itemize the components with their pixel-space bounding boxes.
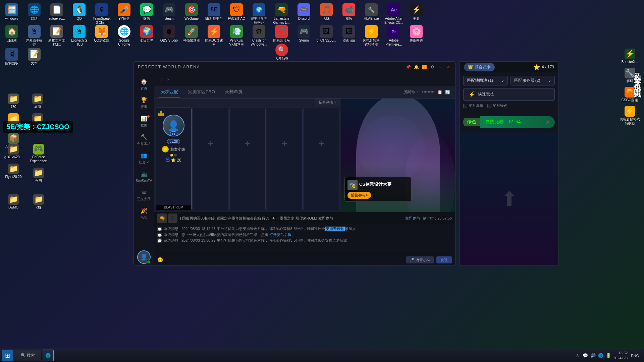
app-boosterx[interactable]: ⚡ BoosterX... (617, 47, 642, 65)
app-chrome[interactable]: 🌐 Google Chrome (113, 24, 135, 46)
app-zhuomian[interactable]: 📁 桌面 (26, 92, 49, 110)
app-faceit[interactable]: 🛡 FACEIT AC (226, 2, 247, 22)
app-steam2[interactable]: 🎮 Steam (293, 24, 315, 44)
app-5e[interactable]: 5E 5E对战平台 (203, 2, 225, 22)
emoji-btn[interactable]: 😊 (157, 257, 163, 262)
app-csgo[interactable]: 🔫 CSGO国服 (617, 85, 642, 104)
map-pool-dropdown[interactable]: 匹配地图池 (1) ∨ (463, 76, 508, 85)
cs-design-banner[interactable]: 🎭 CS创意设计大赛 前往参与> (344, 177, 412, 202)
app-obs[interactable]: ⏺ OBS Studio (158, 24, 180, 44)
settings-btn[interactable]: ⚙ (430, 64, 435, 70)
search-cancel-btn[interactable]: ✕ (545, 119, 550, 125)
slot-3-empty[interactable]: + (229, 108, 265, 210)
app-battlestate[interactable]: 🔫 Battlestate Games L... (271, 2, 292, 24)
tray-up-icon[interactable]: ∧ (575, 353, 581, 359)
room-refresh-btn[interactable]: 🔄 (445, 90, 450, 95)
app-meiritu[interactable]: 🌸 美图秀秀 (406, 24, 427, 44)
sidebar-data[interactable]: 📊 数据 (136, 113, 152, 129)
app-shipin[interactable]: 📹 视频 (338, 2, 360, 22)
stream-join-btn[interactable]: 立即参与 (405, 216, 420, 221)
app-flash-audio[interactable]: ⚡ 闪电音频格式转换器 (361, 24, 382, 46)
recruit-btn[interactable]: 招募列表 › (315, 99, 339, 106)
app-teamspeak[interactable]: 🎙 TeamSpeak 3 Client (91, 2, 112, 24)
app-wangzhe-right[interactable]: ⚡ 王者 (406, 2, 427, 22)
app-n730[interactable]: 📁 730 (2, 92, 25, 110)
nav-back[interactable]: ‹ (159, 76, 164, 82)
app-windows[interactable]: 🪟 windows (1, 2, 22, 22)
slot-5-empty[interactable]: + (304, 108, 339, 210)
minimize-btn[interactable]: ─ (438, 64, 443, 70)
cs-banner-btn[interactable]: 前往参与> (347, 192, 371, 199)
bell-btn[interactable]: 🔔 (414, 64, 419, 70)
tab-wanmei-pro[interactable]: 完美官匹PRO (186, 86, 217, 98)
slot-2-empty[interactable]: + (193, 108, 228, 210)
taskbar-search[interactable]: 🔍 搜索 (14, 350, 41, 361)
app-hlae[interactable]: 🔧 HLAE.exe (361, 2, 382, 22)
room-copy-btn[interactable]: 📋 (437, 90, 442, 95)
app-taitu[interactable]: 📁 台图 (26, 166, 51, 184)
user-avatar-sidebar[interactable]: 👤 (137, 250, 151, 264)
sidebar-social[interactable]: 👥 社交 ∨ (136, 149, 152, 166)
app-7days[interactable]: 🌍 七日世界 (136, 24, 157, 44)
app-wangyiuu[interactable]: ⚡ 网易UU加速器 (203, 24, 225, 46)
quick-match-btn[interactable]: ⚡ 快速竞技 (463, 88, 555, 101)
app-yy[interactable]: 🎤 YY语音 (113, 2, 135, 22)
tray-network-icon[interactable]: 🌐 (598, 353, 604, 359)
app-dami[interactable]: 🎵 大咪 (316, 2, 337, 22)
app-g161[interactable]: 📁 g161-n-20... (2, 142, 25, 161)
app-zhuo-img[interactable]: 🖼 桌面.jpg (338, 24, 360, 44)
close-btn[interactable]: ✕ (446, 64, 451, 70)
taskbar-pw[interactable]: 🌐 (42, 350, 54, 361)
sidebar-tv[interactable]: 📺 SeeSeeTV (136, 168, 152, 185)
sidebar-activity[interactable]: 🎉 活动 (136, 205, 152, 222)
lang-indicator[interactable]: ENG (631, 354, 639, 358)
app-wechat[interactable]: 💬 微信 (136, 2, 157, 22)
app-ae[interactable]: Ae Adobe After Effects CC... (383, 2, 405, 24)
tab-single[interactable]: 天梯单挑 (223, 86, 244, 98)
app-newtxt[interactable]: 📝 新建文本文档.txt (46, 24, 67, 46)
app-network[interactable]: 🌐 网络 (23, 2, 45, 22)
app-shengxian[interactable]: 🚀 神仙加速器 (181, 24, 202, 44)
app-adobe-pr[interactable]: Pr Adobe Premiere... (383, 24, 405, 46)
app-geforce[interactable]: 🎮 GeForce Experience (26, 142, 51, 165)
app-discord[interactable]: 🎮 Discord (293, 2, 315, 22)
send-btn[interactable]: 发送 (436, 256, 452, 263)
app-steam[interactable]: 🎮 steam (158, 2, 180, 22)
checkbox-green[interactable]: 绝对绿色 (487, 103, 507, 108)
app-verykuai[interactable]: 💨 VeryKuai VK加速器 (226, 24, 247, 46)
sidebar-rank[interactable]: 🏆 赛事 (136, 94, 152, 111)
server-dropdown[interactable]: 匹配服务器 (2) ∨ (511, 76, 555, 85)
app-cfg[interactable]: 📁 cfg (27, 193, 50, 211)
pin-btn[interactable]: 📌 (406, 64, 411, 70)
app-qq[interactable]: 🐧 QQ (68, 2, 90, 22)
app-kongzhi[interactable]: 🎛 控制面板 (1, 47, 22, 67)
app-demo[interactable]: 📁 DEMO (2, 193, 25, 211)
app-zhushou[interactable]: 🖱 弹幕助手碎碎 (23, 24, 45, 46)
app-logitech[interactable]: 🖱 Logitech G HUB (68, 24, 90, 46)
signal-btn[interactable]: 📶 (422, 64, 427, 70)
chat-input[interactable] (166, 256, 404, 264)
app-huizhan[interactable]: 🏠 回战站 (1, 24, 22, 44)
app-b-img[interactable]: 🖼 b_6372238... (316, 24, 337, 44)
tray-chat-icon[interactable]: 💬 (582, 353, 588, 359)
app-wangyiyun[interactable]: 🎵 网易云音乐 (271, 24, 292, 44)
app-flyint[interactable]: 📁 Flyint20.20 (2, 162, 25, 180)
sidebar-home[interactable]: 🏠 首页 (136, 76, 152, 93)
app-flash2[interactable]: ⚡ 闪电音频格式转换器 (617, 105, 642, 127)
tray-battery-icon[interactable]: 🔋 (605, 353, 611, 359)
tray-speaker-icon[interactable]: 🔊 (590, 353, 596, 359)
checkbox-single[interactable]: 绝对单排 (463, 103, 483, 108)
dami-search-item[interactable]: 🔍 大菱仙尊 (275, 44, 288, 61)
start-button[interactable]: ⊞ (2, 350, 13, 361)
nav-forward[interactable]: › (166, 76, 171, 82)
app-autoexec[interactable]: 📄 autoexec... (46, 2, 67, 22)
chat-link-1[interactable]: 打开赛后后报 (269, 233, 291, 237)
chat-highlight-1[interactable]: 安排普通玩 (325, 227, 345, 231)
slot-1-host[interactable]: 👤 81 Lv.28 💛 桩女小嫌 (156, 108, 192, 210)
app-wegame[interactable]: 🎯 WeGame (181, 2, 202, 22)
sidebar-justice[interactable]: ⚖ 正义大厅 (136, 186, 152, 203)
voice-btn[interactable]: 🎤 语音小队 (406, 256, 434, 263)
app-pw-platform[interactable]: 🌍 完美世界竞技平台 (248, 2, 270, 24)
member-btn[interactable]: 👑 领会员卡 (464, 63, 495, 71)
app-wenben[interactable]: 📝 文本 (23, 47, 45, 67)
